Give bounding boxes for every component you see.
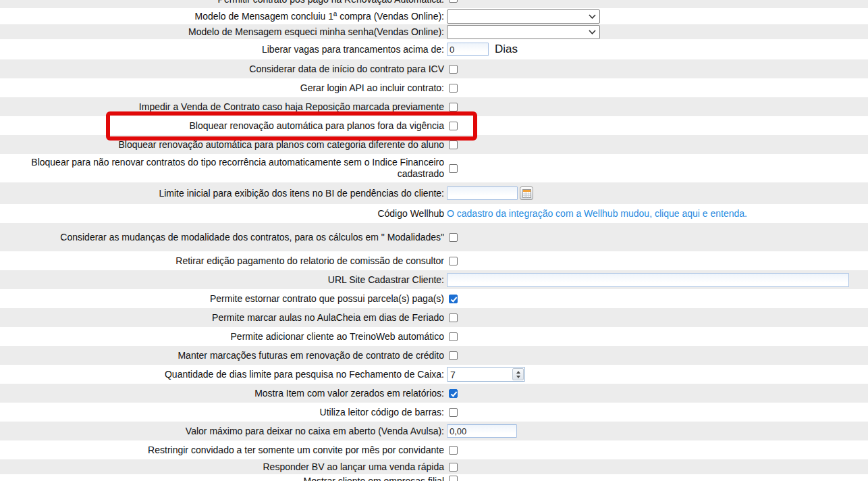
setting-row: Utiliza leitor código de barras:	[0, 403, 868, 422]
setting-row: Liberar vagas para trancamentos acima de…	[0, 39, 868, 59]
setting-control	[444, 332, 868, 341]
setting-row: Responder BV ao lançar uma venda rápida	[0, 459, 868, 474]
setting-label: Considerar data de início do contrato pa…	[0, 64, 444, 75]
calendar-button[interactable]	[520, 186, 533, 200]
setting-label: Quantidade de dias limite para pesquisa …	[0, 369, 444, 380]
setting-control	[444, 408, 868, 417]
setting-control	[444, 122, 868, 130]
setting-row: Bloquear renovação automática para plano…	[0, 116, 868, 135]
setting-control	[444, 463, 868, 472]
setting-label: Código Wellhub	[0, 208, 444, 220]
setting-label: Restringir convidado a ter somente um co…	[0, 445, 444, 456]
partial-bottom-checkbox[interactable]	[449, 476, 458, 481]
setting-control	[444, 389, 868, 398]
setting-control	[444, 84, 868, 93]
setting-label: Permite marcar aulas no AulaCheia em dia…	[0, 312, 444, 324]
setting-row: Gerar login API ao incluir contrato:	[0, 78, 868, 97]
setting-row: Permite estornar contrato que possui par…	[0, 289, 868, 308]
setting-label: Considerar as mudanças de modalidade dos…	[0, 232, 444, 243]
dias-fechamento-caixa-input[interactable]: 7	[447, 367, 525, 382]
impedir-venda-reposicao-checkbox[interactable]	[449, 103, 458, 111]
setting-control	[444, 186, 868, 200]
setting-label: Valor máximo para deixar no caixa em abe…	[0, 426, 444, 437]
permitir-pos-pago-checkbox[interactable]	[449, 0, 458, 3]
spinner-up-icon[interactable]	[516, 371, 520, 374]
setting-label: Modelo de Mensagem concluiu 1ª compra (V…	[0, 11, 444, 22]
bloquear-renovacao-categoria-checkbox[interactable]	[449, 141, 458, 149]
setting-row: Permite marcar aulas no AulaCheia em dia…	[0, 308, 868, 327]
setting-row: Retirar edição pagamento do relatorio de…	[0, 251, 868, 270]
setting-label: Bloquear para não renovar contratos do t…	[0, 157, 444, 180]
setting-row: Valor máximo para deixar no caixa em abe…	[0, 422, 868, 440]
valor-maximo-caixa-input[interactable]	[447, 424, 517, 438]
setting-control	[444, 295, 868, 303]
mudancas-modalidade-checkbox[interactable]	[449, 233, 458, 242]
setting-row: Impedir a Venda de Contrato caso haja Re…	[0, 97, 868, 116]
setting-row: Modelo de Mensagem concluiu 1ª compra (V…	[0, 8, 868, 24]
setting-row: Restringir convidado a ter somente um co…	[0, 440, 868, 459]
days-suffix-label: Dias	[495, 43, 518, 56]
setting-row: Manter marcações futuras em renovação de…	[0, 346, 868, 365]
setting-label: Bloquear renovação automática para plano…	[0, 139, 444, 151]
setting-control: 7	[444, 367, 868, 382]
modelo-esqueci-senha-select[interactable]	[447, 25, 600, 39]
setting-label: Bloquear renovação automática para plano…	[0, 120, 444, 132]
responder-bv-checkbox[interactable]	[449, 463, 458, 472]
setting-label: Mostra Item com valor zerados em relatór…	[0, 388, 444, 399]
restringir-convidado-checkbox[interactable]	[449, 446, 458, 455]
setting-control	[444, 351, 868, 360]
setting-row: Quantidade de dias limite para pesquisa …	[0, 365, 868, 384]
modelo-concluiu-compra-select[interactable]	[447, 9, 600, 24]
setting-label: Permite estornar contrato que possui par…	[0, 293, 444, 305]
setting-row: Modelo de Mensagem esqueci minha senha(V…	[0, 24, 868, 39]
setting-label: Retirar edição pagamento do relatorio de…	[0, 255, 444, 267]
liberar-vagas-input[interactable]	[447, 43, 489, 56]
bloquear-recorrencia-sem-indice-checkbox[interactable]	[449, 164, 458, 173]
setting-row: Considerar data de início do contrato pa…	[0, 59, 868, 78]
bi-limite-input[interactable]	[447, 186, 518, 200]
setting-row: URL Site Cadastrar Cliente:	[0, 270, 868, 289]
contract-settings-form: Permitir contrato pós pago na Renovação …	[0, 0, 868, 481]
setting-control	[444, 313, 868, 322]
setting-row: Mostra Item com valor zerados em relatór…	[0, 384, 868, 403]
setting-control: O cadastro da integração com a Wellhub m…	[444, 208, 868, 219]
manter-marcacoes-futuras-checkbox[interactable]	[449, 351, 458, 360]
wellhub-info-link[interactable]: O cadastro da integração com a Wellhub m…	[447, 208, 747, 219]
setting-control	[444, 257, 868, 265]
settings-rows: Permitir contrato pós pago na Renovação …	[0, 0, 868, 481]
setting-control	[444, 476, 868, 481]
setting-row: Limite inicial para exibição dos itens n…	[0, 182, 868, 204]
setting-control	[444, 141, 868, 149]
setting-control	[444, 65, 868, 74]
setting-label: Impedir a Venda de Contrato caso haja Re…	[0, 101, 444, 113]
url-site-cadastrar-input[interactable]	[447, 273, 849, 287]
permite-estornar-checkbox[interactable]	[449, 295, 458, 303]
spinner-down-icon[interactable]	[516, 376, 520, 378]
bloquear-renovacao-fora-vigencia-checkbox[interactable]	[449, 122, 458, 130]
setting-label: Permitir contrato pós pago na Renovação …	[0, 0, 444, 5]
setting-label: Manter marcações futuras em renovação de…	[0, 350, 444, 361]
number-value: 7	[447, 368, 512, 381]
setting-row: Permite adicionar cliente ao TreinoWeb a…	[0, 327, 868, 346]
treinoweb-automatico-checkbox[interactable]	[449, 332, 458, 341]
setting-row: Permitir contrato pós pago na Renovação …	[0, 0, 868, 8]
setting-control	[444, 424, 868, 438]
setting-label: Gerar login API ao incluir contrato:	[0, 82, 444, 94]
spinner-buttons[interactable]	[512, 368, 524, 380]
data-inicio-icv-checkbox[interactable]	[449, 65, 458, 74]
setting-control	[444, 164, 868, 173]
setting-control	[444, 9, 868, 24]
aulacheia-feriado-checkbox[interactable]	[449, 313, 458, 322]
setting-row: Bloquear para não renovar contratos do t…	[0, 154, 868, 182]
gerar-login-api-checkbox[interactable]	[449, 84, 458, 93]
setting-control	[444, 273, 868, 287]
mostra-item-zerado-checkbox[interactable]	[449, 389, 458, 398]
setting-control	[444, 0, 868, 3]
leitor-codigo-barras-checkbox[interactable]	[449, 408, 458, 417]
setting-label: URL Site Cadastrar Cliente:	[0, 274, 444, 286]
retirar-edicao-pagamento-checkbox[interactable]	[449, 257, 458, 265]
setting-row: Mostrar cliente em empresas filial	[0, 474, 868, 481]
setting-label: Limite inicial para exibição dos itens n…	[0, 188, 444, 199]
setting-row: Bloquear renovação automática para plano…	[0, 135, 868, 154]
setting-label: Modelo de Mensagem esqueci minha senha(V…	[0, 26, 444, 38]
